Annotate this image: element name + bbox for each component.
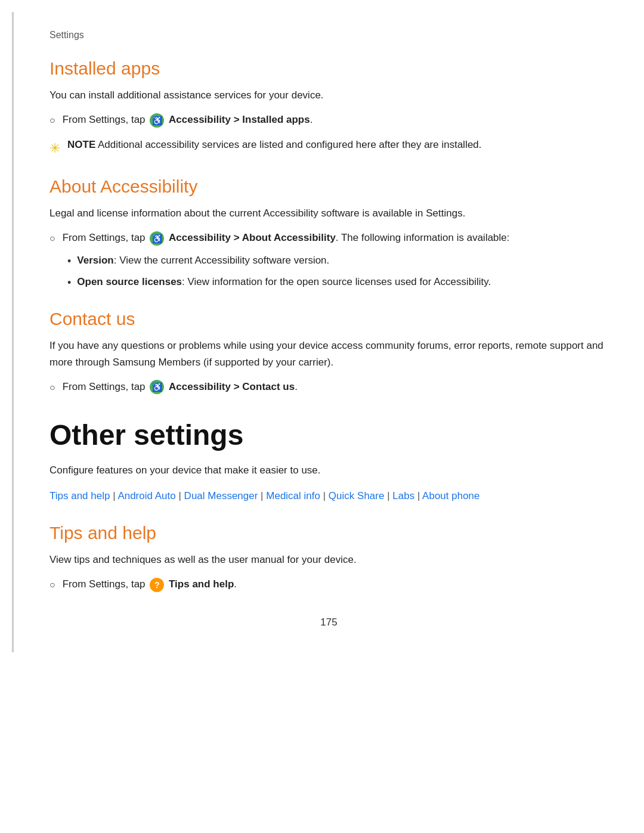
list-item: ○ From Settings, tap Accessibility > Abo… [49,230,608,246]
installed-apps-body: You can install additional assistance se… [49,87,608,103]
open-source-bold: Open source licenses [77,276,182,287]
tips-icon [150,578,164,592]
list-item: ○ From Settings, tap Tips and help. [49,576,608,593]
instruction-text: From Settings, tap [63,578,148,590]
note-label: NOTE [67,139,95,150]
instruction-period: . [295,381,298,392]
instruction-bold: Accessibility > About Accessibility [169,232,336,243]
other-settings-body: Configure features on your device that m… [49,462,608,478]
accessibility-icon [150,231,164,246]
tips-and-help-heading: Tips and help [49,523,608,543]
link-labs[interactable]: Labs [392,490,414,501]
separator: | [320,490,329,501]
tips-instruction: From Settings, tap Tips and help. [63,576,237,592]
contact-us-instruction: From Settings, tap Accessibility > Conta… [63,379,298,395]
about-accessibility-heading: About Accessibility [49,176,608,197]
list-item: ○ From Settings, tap Accessibility > Con… [49,379,608,395]
list-item-inner: • Open source licenses: View information… [67,274,608,292]
instruction-period: . [234,578,237,590]
open-source-text: : View information for the open source l… [182,276,491,287]
about-accessibility-instruction: From Settings, tap Accessibility > About… [63,230,510,246]
section-contact-us: Contact us If you have any questions or … [49,309,608,395]
accessibility-icon [150,380,164,394]
accessibility-icon [150,113,164,128]
list-item-inner: • Version: View the current Accessibilit… [67,252,608,270]
instruction-after: . The following information is available… [336,232,510,243]
section-other-settings: Other settings Configure features on you… [49,419,608,505]
contact-us-body: If you have any questions or problems wh… [49,337,608,370]
link-medical-info[interactable]: Medical info [266,490,320,501]
link-android-auto[interactable]: Android Auto [117,490,175,501]
instruction-bold: Accessibility > Contact us [169,381,295,392]
section-tips-and-help: Tips and help View tips and techniques a… [49,523,608,593]
link-dual-messenger[interactable]: Dual Messenger [184,490,258,501]
section-about-accessibility: About Accessibility Legal and license in… [49,176,608,291]
note-body: Additional accessibility services are li… [98,139,482,150]
bullet-circle-icon: ○ [49,231,55,246]
bullet-circle-icon: ○ [49,577,55,593]
instruction-bold: Tips and help [169,578,234,590]
other-settings-heading: Other settings [49,419,608,451]
page-container: Settings Installed apps You can install … [12,12,644,652]
link-tips-and-help[interactable]: Tips and help [49,490,110,501]
note-box: ✳ NOTE Additional accessibility services… [49,137,608,159]
instruction-text: From Settings, tap [63,114,148,125]
instruction-bold: Accessibility > Installed apps [169,114,310,125]
separator: | [258,490,266,501]
separator: | [414,490,422,501]
version-bold: Version [77,255,113,266]
version-text: : View the current Accessibility softwar… [114,255,330,266]
open-source-item: Open source licenses: View information f… [77,274,491,290]
instruction-text: From Settings, tap [63,232,148,243]
bullet-dot-icon: • [67,253,71,270]
separator: | [384,490,392,501]
bullet-dot-icon: • [67,274,71,292]
link-about-phone[interactable]: About phone [422,490,479,501]
instruction-period: . [310,114,313,125]
version-item: Version: View the current Accessibility … [77,252,329,268]
links-line: Tips and help | Android Auto | Dual Mess… [49,487,608,506]
instruction-text: From Settings, tap [63,381,148,392]
contact-us-heading: Contact us [49,309,608,329]
tips-and-help-body: View tips and techniques as well as the … [49,552,608,568]
bullet-circle-icon: ○ [49,113,55,128]
separator: | [176,490,184,501]
link-quick-share[interactable]: Quick Share [329,490,385,501]
page-number: 175 [49,617,608,628]
about-accessibility-body: Legal and license information about the … [49,205,608,221]
breadcrumb: Settings [49,30,608,41]
bullet-circle-icon: ○ [49,380,55,395]
installed-apps-heading: Installed apps [49,58,608,79]
list-item: ○ From Settings, tap Accessibility > Ins… [49,112,608,128]
note-text: NOTE Additional accessibility services a… [67,137,482,153]
separator: | [110,490,117,501]
note-icon: ✳ [49,138,60,159]
installed-apps-instruction: From Settings, tap Accessibility > Insta… [63,112,313,128]
section-installed-apps: Installed apps You can install additiona… [49,58,608,159]
